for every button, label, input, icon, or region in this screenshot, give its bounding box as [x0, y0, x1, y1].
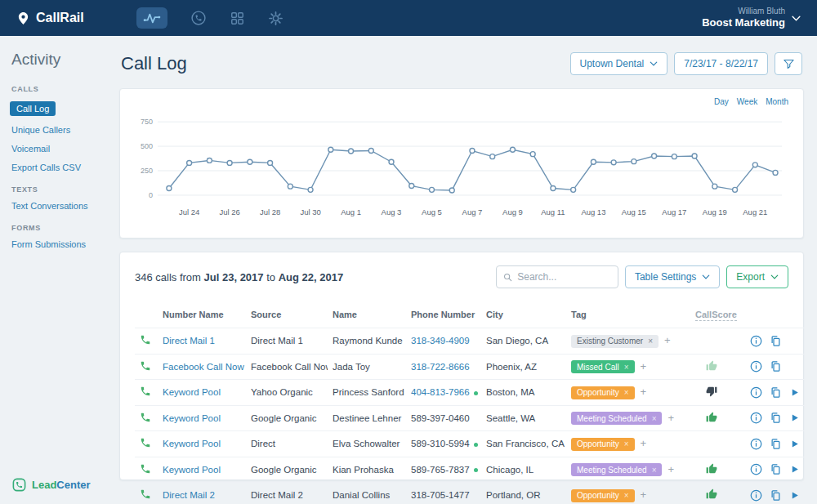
integrations-nav-icon[interactable] [230, 11, 245, 26]
source-cell: Direct Mail 2 [246, 483, 328, 504]
copy-icon[interactable] [770, 412, 782, 424]
top-navigation [136, 7, 283, 29]
number-name-link[interactable]: Facebook Call Now [163, 362, 244, 372]
date-range-picker[interactable]: 7/23/17 - 8/22/17 [674, 52, 768, 75]
call-details-info-icon[interactable] [750, 335, 762, 347]
thumbs-up-light-icon[interactable] [706, 364, 717, 373]
remove-tag-icon[interactable]: × [648, 337, 653, 346]
account-name: Boost Marketing [702, 16, 785, 29]
phone-number-link[interactable]: 404-813-7966 [411, 387, 470, 397]
remove-tag-icon[interactable]: × [652, 466, 657, 475]
user-name: William Bluth [702, 7, 785, 17]
sidebar-section-label: FORMS [11, 224, 96, 232]
number-name-link[interactable]: Keyword Pool [163, 387, 221, 397]
remove-tag-icon[interactable]: × [624, 439, 629, 448]
call-details-info-icon[interactable] [750, 360, 762, 372]
page-title: Call Log [121, 53, 570, 74]
caller-name-cell: Raymond Kunde [328, 328, 406, 355]
add-tag-button[interactable]: + [641, 360, 647, 372]
city-cell: San Francisco, CA [481, 431, 566, 457]
sidebar-item-text-conversations[interactable]: Text Conversations [11, 201, 96, 211]
search-input[interactable] [517, 271, 611, 283]
sidebar-item-form-submissions[interactable]: Form Submissions [11, 239, 96, 249]
number-name-link[interactable]: Direct Mail 1 [163, 336, 215, 346]
city-cell: Chicago, IL [481, 457, 566, 483]
copy-icon[interactable] [770, 438, 782, 450]
svg-text:Aug 3: Aug 3 [382, 207, 402, 216]
company-selector[interactable]: Uptown Dental [570, 52, 668, 75]
play-recording-icon[interactable] [789, 387, 800, 398]
leadcenter-center-text: Center [56, 479, 90, 491]
copy-icon[interactable] [770, 360, 782, 372]
column-header [135, 305, 158, 328]
brand-logo[interactable]: CallRail [16, 11, 84, 25]
thumbs-up-icon[interactable] [706, 466, 717, 476]
leadcenter-logo[interactable]: LeadCenter [11, 477, 91, 493]
add-tag-button[interactable]: + [667, 412, 674, 424]
granularity-month[interactable]: Month [766, 97, 788, 106]
table-row: Keyword PoolGoogle OrganicKian Prohaska5… [135, 457, 805, 483]
column-header: Name [328, 305, 406, 328]
call-details-info-icon[interactable] [750, 489, 762, 502]
play-recording-icon[interactable] [789, 464, 800, 475]
sidebar-title: Activity [11, 51, 96, 69]
phone-number: 589-397-0460 [411, 413, 470, 423]
svg-text:Jul 26: Jul 26 [219, 207, 239, 216]
copy-icon[interactable] [770, 463, 782, 475]
add-tag-button[interactable]: + [641, 437, 647, 449]
city-cell: San Diego, CA [481, 328, 566, 355]
remove-tag-icon[interactable]: × [624, 491, 629, 500]
call-details-info-icon[interactable] [750, 438, 762, 450]
chevron-down-icon [770, 274, 779, 279]
thumbs-up-icon[interactable] [706, 492, 717, 502]
remove-tag-icon[interactable]: × [652, 414, 657, 423]
thumbs-up-icon[interactable] [706, 415, 717, 425]
phone-number-link[interactable]: 318-722-8666 [411, 362, 470, 372]
copy-icon[interactable] [770, 335, 782, 347]
add-tag-button[interactable]: + [664, 334, 671, 346]
table-settings-button[interactable]: Table Settings [625, 265, 720, 288]
number-name-link[interactable]: Keyword Pool [163, 413, 221, 423]
filter-button[interactable] [775, 52, 802, 75]
sidebar-item-call-log[interactable]: Call Log [10, 101, 56, 116]
thumbs-down-icon[interactable] [706, 389, 717, 399]
remove-tag-icon[interactable]: × [624, 363, 629, 372]
play-recording-icon[interactable] [789, 439, 800, 449]
leadcenter-lead-text: Lead [32, 479, 56, 491]
number-name-link[interactable]: Direct Mail 2 [163, 490, 215, 500]
app-root: CallRail William Bluth Boost Marketing [0, 0, 817, 504]
export-button[interactable]: Export [726, 265, 788, 288]
add-tag-button[interactable]: + [641, 386, 647, 398]
remove-tag-icon[interactable]: × [624, 388, 629, 397]
tag-pill: Missed Call× [571, 360, 635, 373]
add-tag-button[interactable]: + [667, 463, 674, 475]
tag-pill: Meeting Scheduled× [571, 412, 662, 425]
number-name-link[interactable]: Keyword Pool [163, 465, 221, 475]
phone-number: 318-705-1477 [411, 490, 470, 500]
phone-nav-icon[interactable] [190, 10, 207, 26]
activity-nav-icon[interactable] [136, 7, 167, 29]
copy-icon[interactable] [770, 489, 782, 502]
account-selector[interactable]: William Bluth Boost Marketing [702, 7, 801, 30]
call-details-info-icon[interactable] [750, 386, 762, 399]
add-tag-button[interactable]: + [641, 488, 647, 501]
svg-text:0: 0 [149, 191, 153, 199]
play-recording-icon[interactable] [789, 413, 800, 423]
call-details-info-icon[interactable] [750, 412, 762, 424]
number-name-link[interactable]: Keyword Pool [163, 439, 221, 448]
granularity-week[interactable]: Week [737, 97, 757, 106]
sidebar-item-unique-callers[interactable]: Unique Callers [11, 125, 96, 135]
sidebar-item-export-calls-csv[interactable]: Export Calls CSV [11, 163, 96, 172]
play-recording-icon[interactable] [789, 490, 800, 501]
phone-number-link[interactable]: 318-349-4909 [411, 336, 470, 346]
call-details-info-icon[interactable] [750, 463, 762, 475]
sidebar-item-voicemail[interactable]: Voicemail [11, 144, 96, 154]
column-header: Phone Number [406, 305, 481, 328]
settings-gear-icon[interactable] [268, 11, 283, 26]
granularity-day[interactable]: Day [714, 97, 729, 106]
table-row: Keyword PoolYahoo OrganicPrincess Sanfor… [135, 380, 805, 406]
new-caller-dot [474, 468, 478, 472]
topbar: CallRail William Bluth Boost Marketing [0, 0, 817, 36]
search-box [496, 265, 618, 288]
copy-icon[interactable] [770, 386, 782, 399]
